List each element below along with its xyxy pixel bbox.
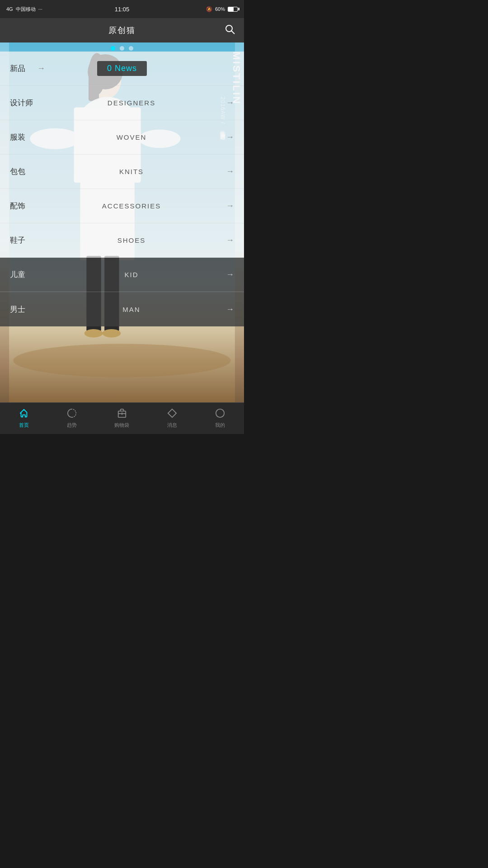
menu-label-en-designers: DESIGNERS bbox=[37, 99, 226, 107]
nav-item-bag[interactable]: 购物袋 bbox=[114, 408, 129, 429]
menu-label-en-woven: WOVEN bbox=[37, 133, 226, 141]
arrow-knits: → bbox=[226, 167, 234, 176]
nav-label-message: 消息 bbox=[167, 422, 177, 429]
nav-label-home: 首页 bbox=[19, 422, 29, 429]
svg-marker-21 bbox=[168, 409, 176, 417]
trend-icon bbox=[67, 408, 77, 420]
news-count: 0 bbox=[107, 64, 112, 73]
message-icon bbox=[167, 408, 177, 420]
dot-1[interactable] bbox=[111, 46, 115, 51]
status-right: 🔕 60% bbox=[206, 6, 238, 12]
arrow-woven: → bbox=[226, 132, 234, 142]
menu-label-zh-accessories: 配饰 bbox=[10, 201, 37, 211]
menu-label-zh-designers: 设计师 bbox=[10, 98, 37, 108]
arrow-kid: → bbox=[226, 270, 234, 279]
menu-label-en-accessories: ACCESSORIES bbox=[37, 202, 226, 210]
carrier-text: 中国移动 bbox=[16, 6, 36, 13]
nav-item-profile[interactable]: 我的 bbox=[215, 408, 225, 429]
menu-label-zh-shoes: 鞋子 bbox=[10, 235, 37, 245]
battery-text: 60% bbox=[215, 6, 225, 12]
status-left: 4G 中国移动 ··· bbox=[6, 6, 42, 13]
arrow-xinpin: → bbox=[37, 64, 45, 73]
app-title: 原创猫 bbox=[108, 25, 136, 36]
menu-label-zh-woven: 服装 bbox=[10, 132, 37, 142]
news-badge: 0 News bbox=[97, 61, 147, 76]
menu-item-accessories[interactable]: 配饰 ACCESSORIES → bbox=[0, 189, 244, 223]
battery-icon bbox=[228, 7, 238, 12]
menu-label-en-knits: KNITS bbox=[37, 168, 226, 175]
nav-item-message[interactable]: 消息 bbox=[167, 408, 177, 429]
search-button[interactable] bbox=[225, 24, 235, 37]
nav-item-trend[interactable]: 趋势 bbox=[67, 408, 77, 429]
bell-icon: 🔕 bbox=[206, 6, 212, 12]
menu-label-zh-xinpin: 新品 bbox=[10, 63, 37, 74]
status-time: 11:05 bbox=[115, 6, 130, 13]
signal-text: 4G bbox=[6, 6, 13, 12]
svg-point-17 bbox=[102, 329, 121, 338]
menu-item-kid[interactable]: 儿童 KID → bbox=[0, 258, 244, 292]
home-icon bbox=[19, 408, 29, 420]
svg-point-3 bbox=[13, 344, 230, 377]
svg-point-0 bbox=[226, 25, 232, 32]
menu-item-designers[interactable]: 设计师 DESIGNERS → bbox=[0, 86, 244, 120]
arrow-designers: → bbox=[226, 98, 234, 108]
app-header: 原创猫 bbox=[0, 18, 244, 42]
arrow-accessories: → bbox=[226, 201, 234, 211]
banner-dots bbox=[111, 42, 133, 51]
menu-label-en-shoes: SHOES bbox=[37, 236, 226, 244]
menu-label-zh-knits: 包包 bbox=[10, 166, 37, 177]
arrow-shoes: → bbox=[226, 236, 234, 245]
nav-item-home[interactable]: 首页 bbox=[19, 408, 29, 429]
menu-label-en-man: MAN bbox=[37, 306, 226, 313]
nav-label-bag: 购物袋 bbox=[114, 422, 129, 429]
menu-item-shoes[interactable]: 鞋子 SHOES → bbox=[0, 223, 244, 258]
dot-2[interactable] bbox=[120, 46, 124, 51]
menu-item-woven[interactable]: 服装 WOVEN → bbox=[0, 120, 244, 155]
bottom-navigation: 首页 趋势 购物袋 消息 bbox=[0, 402, 244, 434]
dots-text: ··· bbox=[38, 6, 42, 12]
category-menu: 新品 0 News → 设计师 DESIGNERS → 服装 WOVEN → 包… bbox=[0, 52, 244, 326]
menu-item-man[interactable]: 男士 MAN → bbox=[0, 292, 244, 326]
nav-label-trend: 趋势 bbox=[67, 422, 77, 429]
menu-item-xinpin[interactable]: 新品 0 News → bbox=[0, 52, 244, 86]
nav-label-profile: 我的 bbox=[215, 422, 225, 429]
arrow-man: → bbox=[226, 305, 234, 314]
profile-icon bbox=[215, 408, 225, 420]
status-bar: 4G 中国移动 ··· 11:05 🔕 60% bbox=[0, 0, 244, 18]
menu-label-zh-kid: 儿童 bbox=[10, 269, 37, 280]
menu-label-zh-man: 男士 bbox=[10, 304, 37, 315]
svg-point-16 bbox=[84, 329, 103, 338]
svg-line-1 bbox=[231, 31, 235, 34]
menu-label-en-kid: KID bbox=[37, 271, 226, 278]
svg-point-22 bbox=[216, 409, 224, 417]
menu-item-knits[interactable]: 包包 KNITS → bbox=[0, 155, 244, 189]
bag-icon bbox=[117, 408, 127, 420]
dot-3[interactable] bbox=[129, 46, 133, 51]
